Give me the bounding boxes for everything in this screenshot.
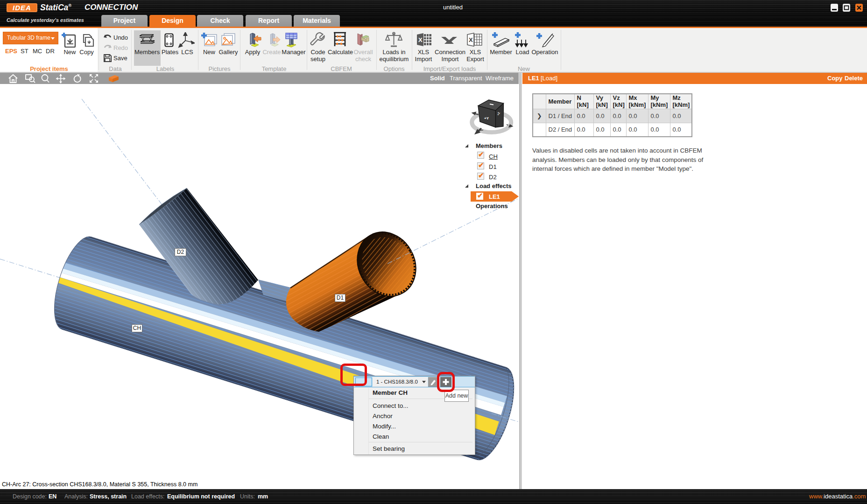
svg-text:X: X	[418, 36, 423, 43]
svg-text:+Y: +Y	[484, 116, 489, 120]
svg-text:X: X	[469, 36, 473, 43]
